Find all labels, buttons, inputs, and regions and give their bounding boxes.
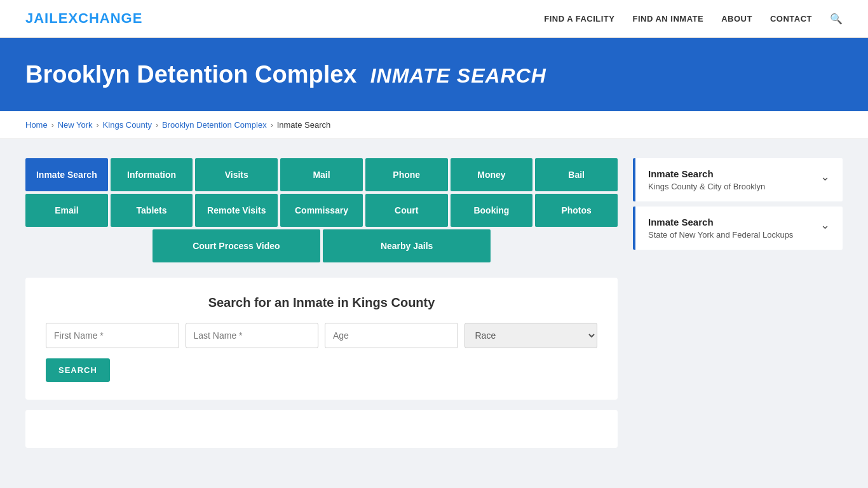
- btn-court-process-video[interactable]: Court Process Video: [153, 229, 320, 262]
- age-input[interactable]: [325, 323, 458, 348]
- sidebar-card-kings[interactable]: Inmate Search Kings County & City of Bro…: [633, 158, 843, 201]
- btn-booking[interactable]: Booking: [451, 194, 533, 227]
- search-fields: Race White Black Hispanic Asian Other: [46, 323, 597, 348]
- sidebar-card-kings-title: Inmate Search: [648, 168, 765, 179]
- nav-item-inmate[interactable]: FIND AN INMATE: [632, 13, 703, 24]
- logo-suffix: XCHANGE: [68, 10, 142, 26]
- btn-inmate-search[interactable]: Inmate Search: [25, 158, 108, 191]
- content-placeholder: [25, 410, 618, 448]
- btn-commissary[interactable]: Commissary: [280, 194, 363, 227]
- btn-information[interactable]: Information: [111, 158, 193, 191]
- btn-visits[interactable]: Visits: [195, 158, 278, 191]
- btn-mail[interactable]: Mail: [280, 158, 363, 191]
- nav-buttons-row1: Inmate Search Information Visits Mail Ph…: [25, 158, 618, 191]
- nav-item-contact[interactable]: CONTACT: [770, 13, 812, 24]
- btn-court[interactable]: Court: [365, 194, 448, 227]
- sidebar-card-ny-subtitle: State of New York and Federal Lockups: [648, 230, 793, 240]
- hero-title-sub: INMATE SEARCH: [370, 64, 546, 87]
- nav-search-icon[interactable]: 🔍: [830, 13, 843, 25]
- logo-highlight: E: [58, 10, 69, 26]
- hero-banner: Brooklyn Detention Complex INMATE SEARCH: [0, 38, 868, 111]
- btn-bail[interactable]: Bail: [535, 158, 618, 191]
- hero-title: Brooklyn Detention Complex INMATE SEARCH: [25, 61, 843, 88]
- breadcrumb-sep-3: ›: [156, 121, 158, 130]
- nav-buttons-row2: Email Tablets Remote Visits Commissary C…: [25, 194, 618, 227]
- btn-nearby-jails[interactable]: Nearby Jails: [323, 229, 491, 262]
- sidebar-card-ny[interactable]: Inmate Search State of New York and Fede…: [633, 207, 843, 250]
- nav-link-facility[interactable]: FIND A FACILITY: [544, 14, 614, 24]
- breadcrumb-sep-4: ›: [271, 121, 273, 130]
- search-box: Search for an Inmate in Kings County Rac…: [25, 278, 618, 400]
- nav-item-about[interactable]: ABOUT: [721, 13, 752, 24]
- nav-link-contact[interactable]: CONTACT: [770, 14, 812, 24]
- chevron-down-icon-2: ⌄: [820, 218, 830, 232]
- logo-prefix: JAIL: [25, 10, 58, 26]
- race-select[interactable]: Race White Black Hispanic Asian Other: [465, 323, 598, 348]
- btn-money[interactable]: Money: [451, 158, 533, 191]
- sidebar-card-kings-subtitle: Kings County & City of Brooklyn: [648, 182, 765, 191]
- last-name-input[interactable]: [186, 323, 319, 348]
- breadcrumb-kings-county[interactable]: Kings County: [103, 120, 152, 130]
- breadcrumb: Home › New York › Kings County › Brookly…: [0, 111, 868, 139]
- breadcrumb-home[interactable]: Home: [25, 120, 48, 130]
- search-button[interactable]: SEARCH: [46, 358, 110, 382]
- first-name-input[interactable]: [46, 323, 179, 348]
- breadcrumb-sep-1: ›: [51, 121, 54, 130]
- btn-tablets[interactable]: Tablets: [111, 194, 193, 227]
- btn-phone[interactable]: Phone: [365, 158, 448, 191]
- breadcrumb-facility[interactable]: Brooklyn Detention Complex: [162, 120, 267, 130]
- nav-buttons-row3: Court Process Video Nearby Jails: [25, 229, 618, 262]
- search-heading: Search for an Inmate in Kings County: [46, 295, 597, 310]
- left-column: Inmate Search Information Visits Mail Ph…: [25, 158, 618, 448]
- nav-links: FIND A FACILITY FIND AN INMATE ABOUT CON…: [544, 13, 843, 25]
- breadcrumb-new-york[interactable]: New York: [58, 120, 93, 130]
- btn-photos[interactable]: Photos: [535, 194, 618, 227]
- nav-item-facility[interactable]: FIND A FACILITY: [544, 13, 614, 24]
- sidebar-card-ny-title: Inmate Search: [648, 217, 793, 227]
- breadcrumb-sep-2: ›: [97, 121, 99, 130]
- right-sidebar: Inmate Search Kings County & City of Bro…: [633, 158, 843, 448]
- logo[interactable]: JAILEXCHANGE: [25, 10, 142, 27]
- sidebar-card-ny-text: Inmate Search State of New York and Fede…: [648, 217, 793, 240]
- sidebar-card-kings-text: Inmate Search Kings County & City of Bro…: [648, 168, 765, 191]
- btn-email[interactable]: Email: [25, 194, 108, 227]
- btn-remote-visits[interactable]: Remote Visits: [195, 194, 278, 227]
- navbar: JAILEXCHANGE FIND A FACILITY FIND AN INM…: [0, 0, 868, 38]
- breadcrumb-current: Inmate Search: [277, 120, 331, 130]
- chevron-down-icon: ⌄: [820, 170, 830, 184]
- main-content: Inmate Search Information Visits Mail Ph…: [0, 139, 868, 467]
- nav-link-about[interactable]: ABOUT: [721, 14, 752, 24]
- nav-link-inmate[interactable]: FIND AN INMATE: [632, 14, 703, 24]
- hero-title-main: Brooklyn Detention Complex: [25, 61, 357, 88]
